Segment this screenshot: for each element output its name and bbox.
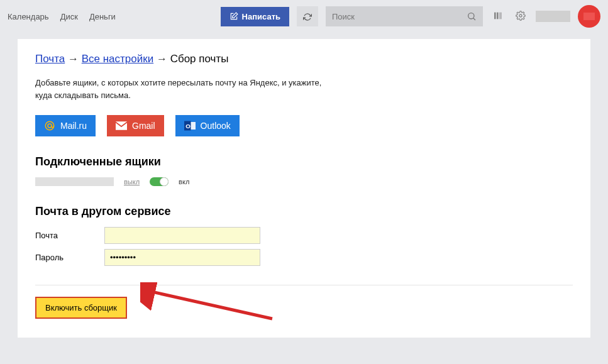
themes-icon[interactable] xyxy=(490,8,506,25)
breadcrumb-settings[interactable]: Все настройки xyxy=(82,53,153,65)
toggle-off-label[interactable]: выкл xyxy=(124,178,140,185)
nav-calendar[interactable]: Календарь xyxy=(8,12,49,21)
outlook-icon: O xyxy=(184,121,196,131)
main-panel: Почта → Все настройки → Сбор почты Добав… xyxy=(18,39,590,338)
search-box[interactable] xyxy=(326,6,483,26)
toggle-knob xyxy=(160,177,169,186)
avatar[interactable] xyxy=(578,5,600,28)
svg-point-0 xyxy=(468,13,474,19)
password-label: Пароль xyxy=(35,253,104,262)
nav-money[interactable]: Деньги xyxy=(89,12,116,21)
provider-gmail-button[interactable]: Gmail xyxy=(107,115,164,136)
connected-account-row: выкл вкл xyxy=(35,177,573,186)
refresh-button[interactable] xyxy=(297,6,318,26)
svg-rect-1 xyxy=(494,12,496,19)
breadcrumb-current: Сбор почты xyxy=(170,53,229,65)
svg-point-6 xyxy=(48,124,52,128)
provider-outlook-label: Outlook xyxy=(201,121,231,131)
breadcrumb-mail[interactable]: Почта xyxy=(35,53,65,65)
compose-button[interactable]: Написать xyxy=(221,7,289,26)
provider-mailru-label: Mail.ru xyxy=(60,121,87,131)
connected-title: Подключенные ящики xyxy=(35,155,573,168)
other-service-title: Почта в другом сервисе xyxy=(35,205,573,218)
gmail-icon xyxy=(116,121,127,130)
email-field[interactable] xyxy=(104,227,260,244)
svg-point-5 xyxy=(45,121,54,130)
provider-mailru-button[interactable]: Mail.ru xyxy=(35,115,96,136)
search-icon[interactable] xyxy=(467,11,477,21)
divider xyxy=(35,285,573,285)
svg-point-4 xyxy=(519,14,522,17)
breadcrumb-sep: → xyxy=(157,53,170,65)
password-field[interactable] xyxy=(104,249,260,266)
intro-text: Добавьте ящики, с которых хотите пересыл… xyxy=(35,77,337,101)
breadcrumb: Почта → Все настройки → Сбор почты xyxy=(35,53,573,65)
username-placeholder[interactable] xyxy=(536,11,570,22)
compose-label: Написать xyxy=(242,12,280,21)
gear-icon[interactable] xyxy=(513,8,528,25)
enable-collector-button[interactable]: Включить сборщик xyxy=(35,297,127,319)
email-label: Почта xyxy=(35,231,104,240)
svg-rect-2 xyxy=(497,12,499,19)
svg-rect-3 xyxy=(499,12,502,19)
compose-icon xyxy=(229,12,238,21)
breadcrumb-sep: → xyxy=(68,53,82,65)
mailru-icon xyxy=(44,120,55,131)
search-input[interactable] xyxy=(332,12,467,21)
annotation-arrow-icon xyxy=(140,282,279,326)
topbar-links: Календарь Диск Деньги xyxy=(8,12,116,21)
svg-text:O: O xyxy=(185,123,191,130)
connected-email-placeholder[interactable] xyxy=(35,177,114,186)
provider-row: Mail.ru Gmail O Outlook xyxy=(35,115,573,136)
toggle-on-label: вкл xyxy=(179,178,189,185)
refresh-icon xyxy=(303,13,312,21)
provider-gmail-label: Gmail xyxy=(132,121,155,131)
topbar: Календарь Диск Деньги Написать xyxy=(0,0,608,33)
svg-line-11 xyxy=(149,291,272,319)
provider-outlook-button[interactable]: O Outlook xyxy=(175,115,240,136)
password-row: Пароль xyxy=(35,249,573,266)
email-row: Почта xyxy=(35,227,573,244)
avatar-inner xyxy=(583,13,595,20)
toggle-switch[interactable] xyxy=(150,177,169,186)
nav-disk[interactable]: Диск xyxy=(60,12,78,21)
